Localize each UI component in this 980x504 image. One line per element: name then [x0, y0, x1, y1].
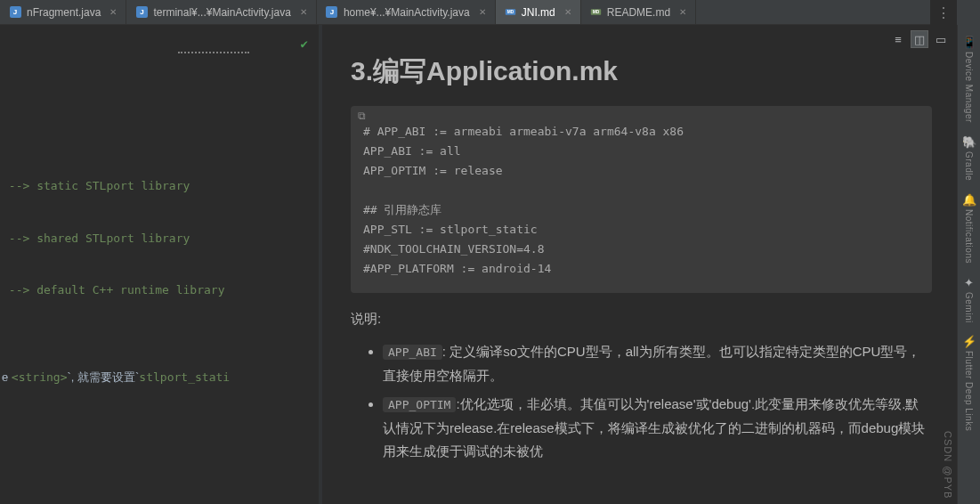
more-tabs-icon[interactable]: ⋮ [930, 0, 957, 25]
tab-readme-md[interactable]: MD README.md ✕ [581, 0, 696, 24]
list-item: APP_ABI: 定义编译so文件的CPU型号，all为所有类型。也可以指定特定… [383, 340, 932, 387]
sidebar-item-notifications[interactable]: 🔔 Notifications [958, 188, 980, 269]
editor-only-icon[interactable]: ≡ [889, 30, 907, 48]
svg-text:MD: MD [506, 10, 514, 14]
preview-only-icon[interactable]: ▭ [932, 30, 950, 48]
sidebar-item-gemini[interactable]: ✦ Gemini [958, 271, 980, 329]
sidebar-item-gradle[interactable]: 🐘 Gradle [958, 130, 980, 186]
tab-label: home¥...¥MainActivity.java [344, 6, 470, 19]
code-line: --> default C++ runtime library [0, 281, 319, 299]
tab-home-mainactivity[interactable]: J home¥...¥MainActivity.java ✕ [317, 0, 496, 24]
sidebar-item-label: Notifications [964, 209, 974, 264]
flutter-icon: ⚡ [962, 335, 976, 348]
copy-icon[interactable]: ⧉ [358, 110, 366, 122]
markdown-icon: MD [590, 6, 602, 18]
code-line: --> static STLport library [0, 177, 319, 195]
sidebar-item-label: Flutter Deep Links [964, 351, 974, 431]
sidebar-item-label: Gemini [964, 292, 974, 323]
close-icon[interactable]: ✕ [300, 7, 307, 17]
java-icon: J [135, 6, 148, 19]
description-label: 说明: [351, 311, 932, 328]
device-manager-icon: 📱 [962, 36, 976, 49]
sidebar-item-device-manager[interactable]: 📱 Device Manager [958, 30, 980, 128]
right-tool-sidebar: 📱 Device Manager 🐘 Gradle 🔔 Notification… [957, 25, 980, 504]
code-editor[interactable]: ✔ --> static STLport library --> shared … [0, 25, 319, 504]
notifications-icon: 🔔 [962, 193, 976, 207]
close-icon[interactable]: ✕ [564, 7, 571, 17]
code-line: --> shared STLport library [0, 230, 319, 248]
tab-jni-md[interactable]: MD JNI.md ✕ [496, 0, 581, 24]
close-icon[interactable]: ✕ [479, 7, 486, 17]
bullet-list: APP_ABI: 定义编译so文件的CPU型号，all为所有类型。也可以指定特定… [351, 340, 932, 463]
inline-code: APP_OPTIM [383, 397, 456, 412]
java-icon: J [326, 6, 338, 19]
java-icon: J [9, 6, 21, 19]
inline-code: APP_ABI [383, 345, 442, 360]
editor-tabs: J nFragment.java ✕ J terminal¥...¥MainAc… [0, 0, 930, 25]
tab-terminal-mainactivity[interactable]: J terminal¥...¥MainActivity.java ✕ [126, 0, 317, 24]
svg-text:MD: MD [592, 10, 599, 14]
sidebar-item-label: Gradle [964, 151, 974, 181]
preview-toolbar: ≡ ◫ ▭ [889, 30, 950, 48]
inspection-ok-icon[interactable]: ✔ [301, 36, 308, 53]
watermark: CSDN @PYB [943, 431, 953, 499]
sidebar-item-label: Device Manager [964, 52, 974, 123]
code-block: ⧉ # APP_ABI := armeabi armeabi-v7a arm64… [351, 106, 932, 293]
editor-and-preview-icon[interactable]: ◫ [911, 30, 928, 48]
sidebar-item-flutter[interactable]: ⚡ Flutter Deep Links [958, 329, 980, 436]
code-content: # APP_ABI := armeabi armeabi-v7a arm64-v… [351, 106, 932, 293]
code-line: e <string>`, 就需要设置`stlport_stati [0, 369, 319, 386]
gradle-icon: 🐘 [962, 135, 976, 149]
tab-nfragment[interactable]: J nFragment.java ✕ [0, 0, 126, 24]
markdown-preview: ≡ ◫ ▭ 3.编写Application.mk ⧉ # APP_ABI := … [322, 25, 957, 504]
close-icon[interactable]: ✕ [109, 7, 117, 17]
tab-label: terminal¥...¥MainActivity.java [153, 6, 291, 19]
tab-label: README.md [607, 6, 670, 19]
tab-label: nFragment.java [27, 6, 101, 19]
preview-heading: 3.编写Application.mk [351, 53, 932, 90]
tab-label: JNI.md [522, 6, 555, 19]
markdown-icon: MD [505, 6, 516, 18]
list-item: APP_OPTIM:优化选项，非必填。其值可以为'release'或'debug… [383, 393, 932, 463]
gemini-icon: ✦ [964, 276, 974, 289]
close-icon[interactable]: ✕ [679, 7, 686, 17]
